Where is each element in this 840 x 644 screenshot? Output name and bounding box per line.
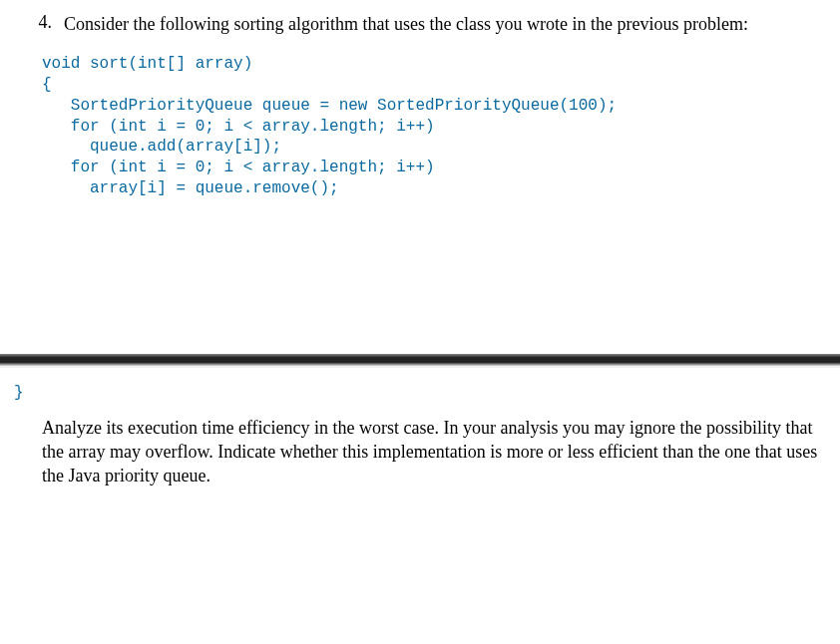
analysis-paragraph: Analyze its execution time efficiency in…	[42, 416, 822, 488]
question-header: 4. Consider the following sorting algori…	[28, 12, 812, 36]
code-block: void sort(int[] array) { SortedPriorityQ…	[42, 54, 812, 199]
question-prompt: Consider the following sorting algorithm…	[58, 12, 812, 36]
question-number: 4.	[28, 12, 58, 33]
code-closing-brace: }	[14, 384, 840, 402]
spacer	[0, 219, 840, 374]
page-divider	[0, 354, 840, 366]
question-wrapper: 4. Consider the following sorting algori…	[0, 0, 840, 219]
